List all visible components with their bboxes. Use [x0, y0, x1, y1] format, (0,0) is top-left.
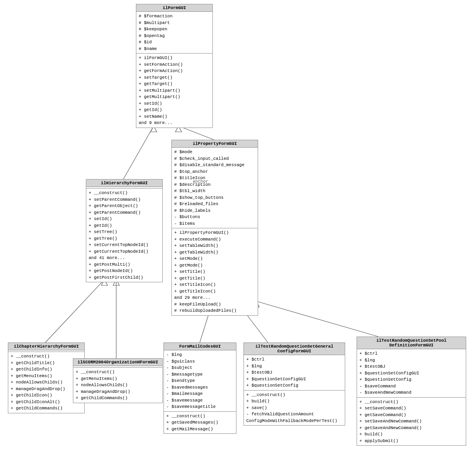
class-title-ilTestRandomQSGeneral: ilTestRandomQuestionSetGeneralConfigForm…	[244, 343, 345, 355]
class-ilTestRandomQuestionSetGeneralConfigFormGUI: ilTestRandomQuestionSetGeneralConfigForm…	[244, 343, 345, 426]
class-ilTestRandomQuestionSetPoolDefinitionFormGUI: ilTestRandomQuestionSetPoolDefinitionFor…	[357, 337, 466, 446]
svg-line-0	[123, 126, 154, 179]
class-ilSCORM2004OrganizationHFormGUI: ilSCORM2004OrganizationHFormGUI + __cons…	[73, 358, 163, 403]
class-title-ilPropertyFormGUI: ilPropertyFormGUI	[172, 140, 258, 148]
svg-line-4	[45, 280, 104, 343]
class-ilFormGUI: ilFormGUI # $formaction # $multipart # $…	[136, 4, 213, 128]
class-title-ilFormGUI: ilFormGUI	[136, 4, 212, 12]
class-title-ilTestRandomQSPool: ilTestRandomQuestionSetPoolDefinitionFor…	[357, 337, 466, 349]
class-title-ilChapterHierarchyFormGUI: ilChapterHierarchyFormGUI	[8, 343, 84, 350]
class-title-ilHierarchyFormGUI: ilHierarchyFormGUI	[86, 180, 162, 187]
class-fields-ilTestRandomQSPool: + $ctrl + $lng + $testOBJ + $questionSet…	[357, 349, 466, 398]
class-methods-FormMailCodesGUI: + __construct() + getSavedMessages() + g…	[164, 412, 236, 434]
class-methods-ilPropertyFormGUI: + ilPropertyFormGUI() + executeCommand()…	[172, 228, 258, 315]
svg-line-1	[178, 126, 214, 140]
class-ilPropertyFormGUI: ilPropertyFormGUI # $mode # $check_input…	[171, 140, 258, 316]
class-methods-ilTestRandomQSPool: + __construct() + setSaveCommand() + get…	[357, 398, 466, 446]
class-methods-ilTestRandomQSGeneral: + __construct() + build() + save() - fet…	[244, 391, 345, 426]
class-title-ilSCORM2004: ilSCORM2004OrganizationHFormGUI	[73, 359, 162, 366]
class-ilHierarchyFormGUI: ilHierarchyFormGUI + __construct() + set…	[86, 179, 163, 282]
svg-line-12	[256, 301, 378, 337]
class-fields-ilTestRandomQSGeneral: + $ctrl + $lng + $testOBJ + $questionSet…	[244, 355, 345, 391]
diagram-container: ilFormGUI # $formaction # $multipart # $…	[0, 0, 476, 461]
class-methods-ilHierarchyFormGUI: + __construct() + setParentCommand() + g…	[86, 189, 162, 282]
class-methods-ilFormGUI: + ilFormGUI() + setFormAction() + getFor…	[136, 54, 212, 128]
class-fields-ilFormGUI: # $formaction # $multipart # $keepopen #…	[136, 12, 212, 54]
class-fields-FormMailCodesGUI: - $lng - $guiclass - $subject - $message…	[164, 350, 236, 412]
class-FormMailCodesGUI: FormMailCodesGUI - $lng - $guiclass - $s…	[164, 343, 236, 434]
class-title-FormMailCodesGUI: FormMailCodesGUI	[164, 343, 236, 350]
anchor-label: anchor	[193, 179, 208, 184]
class-fields-ilPropertyFormGUI: # $mode # $check_input_called # $disable…	[172, 148, 258, 228]
class-methods-ilSCORM2004: + __construct() + getMenuItems() + nodeA…	[73, 368, 162, 403]
